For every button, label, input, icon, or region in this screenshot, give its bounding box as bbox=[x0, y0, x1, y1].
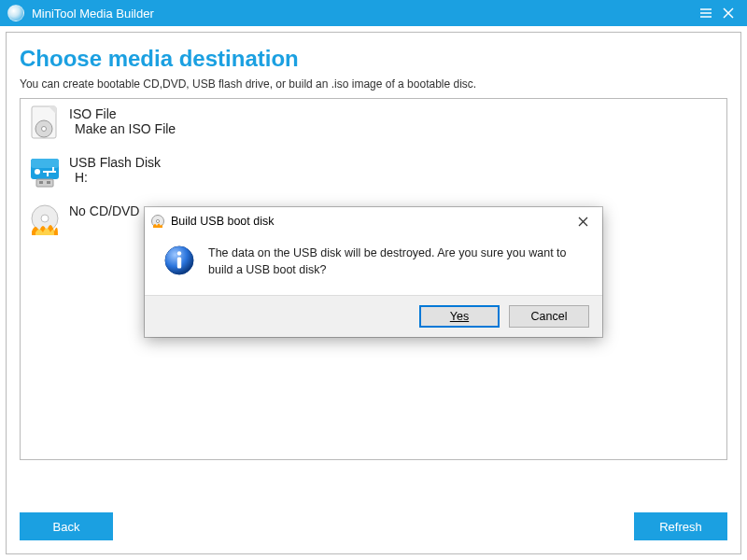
cancel-button[interactable]: Cancel bbox=[509, 305, 589, 328]
yes-button[interactable]: Yes bbox=[419, 305, 500, 328]
svg-rect-27 bbox=[177, 258, 181, 269]
confirm-dialog: Build USB boot disk The d bbox=[145, 207, 602, 337]
svg-point-21 bbox=[156, 219, 159, 222]
svg-point-26 bbox=[177, 251, 181, 255]
dialog-titlebar: Build USB boot disk bbox=[145, 207, 602, 235]
dialog-message: The data on the USB disk will be destroy… bbox=[208, 245, 584, 278]
dialog-close-icon[interactable] bbox=[569, 207, 597, 235]
dialog-app-icon bbox=[150, 214, 165, 229]
dialog-title: Build USB boot disk bbox=[171, 215, 274, 228]
info-icon bbox=[163, 245, 195, 276]
